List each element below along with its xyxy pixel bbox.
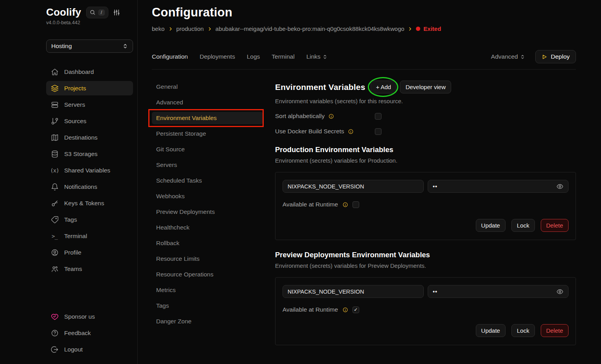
lock-button[interactable]: Lock	[511, 219, 535, 232]
advanced-label: Advanced	[491, 53, 518, 60]
update-button[interactable]: Update	[476, 324, 506, 337]
sidebar-item-destinations[interactable]: Destinations	[46, 130, 133, 145]
subnav-label: Environment Variables	[156, 115, 217, 121]
status-text: Exited	[423, 25, 441, 32]
sort-alphabetically-checkbox[interactable]	[375, 113, 381, 120]
tab-configuration[interactable]: Configuration	[152, 53, 188, 60]
available-at-runtime-row: Available at Runtime	[283, 201, 569, 208]
subnav-rollback[interactable]: Rollback	[152, 237, 263, 249]
breadcrumb: beko production abubakar--meigag/vid-tub…	[152, 25, 576, 32]
subnav-metrics[interactable]: Metrics	[152, 284, 263, 296]
sidebar-item-s3-storages[interactable]: S3 Storages	[46, 147, 133, 161]
lock-button[interactable]: Lock	[511, 324, 535, 337]
tab-links[interactable]: Links	[306, 53, 327, 60]
sidebar-item-sources[interactable]: Sources	[46, 114, 133, 128]
subnav-preview-deployments[interactable]: Preview Deployments	[152, 206, 263, 218]
subnav-general[interactable]: General	[152, 81, 263, 93]
heart-icon	[50, 313, 59, 321]
tab-deployments[interactable]: Deployments	[200, 53, 235, 60]
breadcrumb-resource[interactable]: abubakar--meigag/vid-tube-beko-pro:main-…	[216, 25, 405, 32]
tab-terminal[interactable]: Terminal	[272, 53, 295, 60]
runtime-checkbox-checked[interactable]: ✓	[353, 307, 359, 313]
sort-alphabetically-row: Sort alphabetically	[275, 113, 576, 120]
sidebar-item-shared-variables[interactable]: (x) Shared Variables	[46, 163, 133, 178]
delete-button[interactable]: Delete	[541, 324, 569, 337]
subnav-advanced[interactable]: Advanced	[152, 96, 263, 109]
logout-icon	[50, 346, 59, 353]
variable-name-input[interactable]	[283, 285, 424, 298]
tab-logs[interactable]: Logs	[247, 53, 260, 60]
tab-bar: Configuration Deployments Logs Terminal …	[152, 50, 576, 63]
app-window: Coolify / v4.0.0-beta.442 Hosting Dashbo…	[0, 0, 601, 364]
subnav-persistent-storage[interactable]: Persistent Storage	[152, 127, 263, 140]
eye-icon[interactable]	[556, 288, 563, 295]
search-button[interactable]: /	[86, 7, 108, 18]
team-select[interactable]: Hosting	[46, 39, 133, 53]
variable-value-field[interactable]: ••	[428, 285, 569, 298]
deploy-button[interactable]: Deploy	[535, 50, 576, 63]
developer-view-button[interactable]: Developer view	[400, 81, 451, 93]
sidebar-item-tags[interactable]: Tags	[46, 212, 133, 227]
sidebar-item-keys-tokens[interactable]: Keys & Tokens	[46, 196, 133, 210]
subnav-resource-limits[interactable]: Resource Limits	[152, 253, 263, 265]
divider	[152, 69, 576, 70]
docker-build-secrets-checkbox[interactable]	[375, 128, 381, 135]
subnav-git-source[interactable]: Git Source	[152, 143, 263, 156]
subnav-servers[interactable]: Servers	[152, 159, 263, 171]
sidebar-item-projects[interactable]: Projects	[46, 81, 133, 95]
sidebar-item-label: Keys & Tokens	[64, 200, 104, 207]
breadcrumb-environment[interactable]: production	[176, 25, 204, 32]
info-icon[interactable]	[328, 113, 334, 119]
tag-icon	[50, 216, 59, 224]
tab-links-label: Links	[306, 53, 320, 60]
update-button[interactable]: Update	[476, 219, 506, 232]
eye-icon[interactable]	[556, 183, 563, 190]
breadcrumb-team[interactable]: beko	[152, 25, 165, 32]
play-icon	[542, 54, 547, 60]
sidebar-item-profile[interactable]: Profile	[46, 245, 133, 260]
page-title: Configuration	[152, 5, 576, 20]
info-icon[interactable]	[342, 307, 348, 313]
available-at-runtime-row: Available at Runtime ✓	[283, 306, 569, 313]
panel-subtitle: Environment variables (secrets) for this…	[275, 98, 576, 104]
advanced-dropdown[interactable]: Advanced	[491, 53, 525, 60]
sidebar-item-terminal[interactable]: >_ Terminal	[46, 229, 133, 243]
runtime-checkbox[interactable]	[353, 201, 359, 208]
sidebar-item-notifications[interactable]: Notifications	[46, 179, 133, 194]
subnav-environment-variables[interactable]: Environment Variables	[152, 112, 263, 124]
sidebar-item-label: Logout	[64, 346, 83, 353]
sidebar-item-dashboard[interactable]: Dashboard	[46, 65, 133, 79]
sidebar-item-servers[interactable]: Servers	[46, 97, 133, 112]
status-dot-icon	[416, 27, 420, 31]
preview-section-subtitle: Environment (secrets) variables for Prev…	[275, 262, 576, 269]
subnav-danger-zone[interactable]: Danger Zone	[152, 315, 263, 328]
delete-button[interactable]: Delete	[541, 219, 569, 232]
variable-value-field[interactable]: ••	[428, 180, 569, 193]
subnav-resource-operations[interactable]: Resource Operations	[152, 268, 263, 281]
docker-build-secrets-label: Use Docker Build Secrets	[275, 128, 344, 135]
sidebar-item-label: Servers	[64, 101, 85, 108]
subnav-healthcheck[interactable]: Healthcheck	[152, 221, 263, 234]
subnav-tags[interactable]: Tags	[152, 299, 263, 312]
search-shortcut-key: /	[98, 9, 105, 16]
sidebar-item-feedback[interactable]: Feedback	[46, 326, 133, 340]
subnav-webhooks[interactable]: Webhooks	[152, 190, 263, 203]
git-branch-icon	[50, 117, 59, 125]
sidebar-item-label: Profile	[64, 249, 81, 256]
chevron-up-down-icon	[520, 54, 525, 59]
variable-name-input[interactable]	[283, 180, 424, 193]
sidebar-item-sponsor[interactable]: Sponsor us	[46, 309, 133, 324]
app-logo: Coolify	[46, 6, 81, 18]
user-circle-icon	[50, 249, 59, 256]
add-button[interactable]: + Add	[371, 81, 397, 93]
environment-variables-panel: Environment Variables + Add Developer vi…	[275, 78, 576, 345]
settings-sliders-icon[interactable]	[113, 9, 120, 16]
sidebar-item-logout[interactable]: Logout	[46, 342, 133, 357]
sidebar-item-teams[interactable]: Teams	[46, 262, 133, 276]
preview-section-title: Preview Deployments Environment Variable…	[275, 251, 576, 259]
chevron-up-down-icon	[122, 43, 128, 49]
map-icon	[50, 134, 59, 142]
subnav-scheduled-tasks[interactable]: Scheduled Tasks	[152, 174, 263, 187]
info-icon[interactable]	[342, 202, 348, 208]
info-icon[interactable]	[348, 129, 354, 134]
